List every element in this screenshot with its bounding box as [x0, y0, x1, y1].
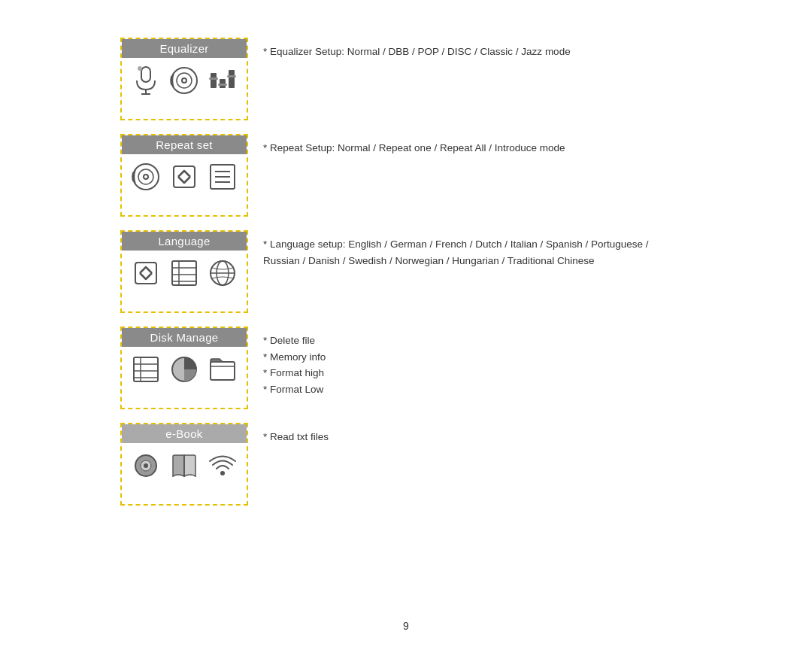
svg-rect-10	[229, 70, 235, 88]
disk-manage-icons	[122, 347, 247, 392]
wireless-icon	[206, 449, 239, 482]
ebook-row: e-Book	[120, 423, 692, 506]
ebook-icons	[122, 443, 247, 488]
equalizer-icons	[122, 58, 247, 103]
disc-icon	[129, 160, 162, 193]
equalizer-label: Equalizer	[122, 39, 247, 58]
svg-point-3	[138, 66, 142, 71]
ebook-box: e-Book	[120, 423, 248, 506]
svg-rect-11	[209, 77, 218, 80]
repeat-arrows-icon	[168, 160, 201, 193]
mic-icon	[129, 64, 162, 97]
svg-rect-38	[211, 362, 235, 380]
svg-point-42	[144, 463, 148, 468]
equalizer-bars-icon	[206, 64, 239, 97]
pie-chart-icon	[168, 353, 201, 386]
repeat-set-label: Repeat set	[122, 135, 247, 154]
language-label: Language	[122, 232, 247, 251]
repeat-set-box: Repeat set	[120, 134, 248, 217]
language-icons	[122, 251, 247, 296]
svg-rect-23	[135, 263, 156, 284]
svg-rect-0	[141, 67, 150, 82]
list-icon	[206, 160, 239, 193]
repeat-set-description: * Repeat Setup: Normal / Repeat one / Re…	[248, 134, 692, 163]
disc-small-icon	[129, 449, 162, 482]
folder-icon	[206, 353, 239, 386]
ebook-label: e-Book	[122, 424, 247, 443]
disc-wave-icon	[168, 64, 201, 97]
equalizer-description: * Equalizer Setup: Normal / DBB / POP / …	[248, 38, 692, 66]
file-grid-icon	[129, 353, 162, 386]
disk-manage-row: Disk Manage	[120, 327, 692, 409]
menu-grid-icon	[168, 257, 201, 290]
svg-point-44	[220, 471, 225, 475]
equalizer-box: Equalizer	[120, 38, 248, 120]
svg-rect-8	[211, 73, 217, 88]
language-row: Language	[120, 230, 692, 313]
ebook-description: * Read txt files	[248, 423, 692, 451]
repeat-set-row: Repeat set	[120, 134, 692, 217]
svg-point-17	[144, 175, 147, 178]
equalizer-row: Equalizer	[120, 38, 692, 120]
disk-manage-box: Disk Manage	[120, 327, 248, 409]
globe-icon	[206, 257, 239, 290]
disk-manage-label: Disk Manage	[122, 328, 247, 347]
svg-rect-12	[218, 84, 227, 86]
language-box: Language	[120, 230, 248, 313]
repeat-icon	[129, 257, 162, 290]
svg-rect-18	[174, 166, 195, 187]
disk-manage-description: * Delete file * Memory info * Format hig…	[248, 327, 692, 403]
book-icon	[168, 449, 201, 482]
svg-rect-13	[227, 75, 236, 77]
repeat-set-icons	[122, 154, 247, 199]
language-description: * Language setup: English / German / Fre…	[248, 230, 692, 275]
svg-point-7	[183, 79, 186, 82]
page-number: 9	[403, 620, 409, 632]
